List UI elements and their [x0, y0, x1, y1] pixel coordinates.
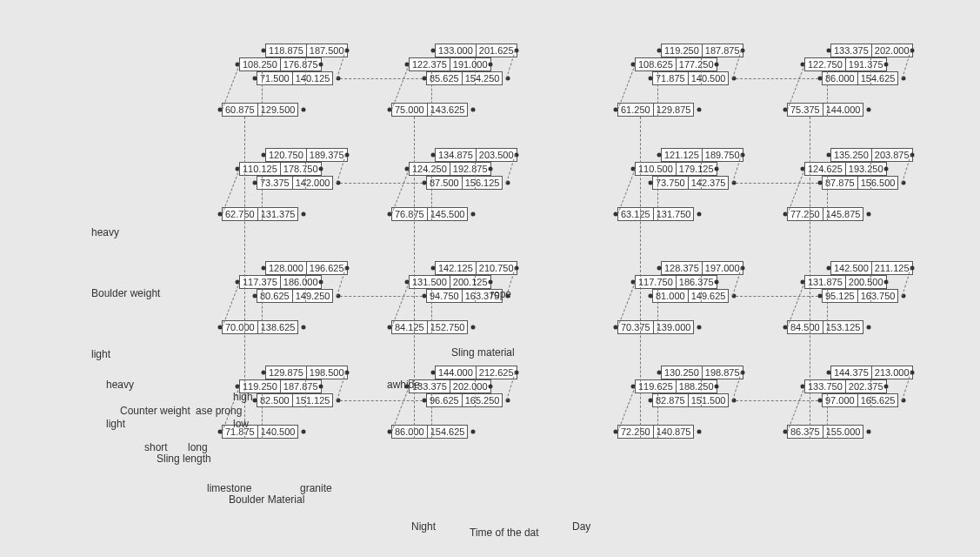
- value-left: 110.125: [240, 163, 280, 175]
- value-right: 202.000: [871, 44, 912, 57]
- vertex-dot: [818, 294, 823, 299]
- value-left: 75.000: [392, 104, 427, 116]
- vertex-dot: [262, 266, 266, 271]
- vertex-dot: [319, 167, 323, 171]
- vertex-dot: [489, 167, 493, 171]
- value-right: 189.375: [306, 149, 347, 161]
- value-right: 197.000: [702, 262, 743, 274]
- label-short: short: [144, 441, 168, 453]
- vertex-dot: [657, 49, 662, 53]
- edge: [657, 176, 658, 221]
- value-left: 118.875: [266, 44, 306, 57]
- value-pair: 75.375144.000: [787, 103, 863, 117]
- value-right: 140.500: [257, 426, 298, 438]
- edge: [262, 393, 263, 439]
- vertex-dot: [884, 385, 889, 389]
- vertex-dot: [649, 77, 653, 81]
- value-left: 60.875: [223, 104, 257, 116]
- label-rawhide: awhide: [387, 379, 420, 391]
- value-left: 131.500: [410, 276, 450, 288]
- value-left: 119.250: [662, 44, 702, 57]
- edge: [736, 296, 818, 297]
- value-right: 143.625: [427, 104, 468, 116]
- value-pair: 86.375155.000: [787, 425, 863, 439]
- value-pair: 120.750189.375: [265, 148, 348, 162]
- vertex-dot: [697, 430, 702, 434]
- edge: [262, 289, 263, 334]
- vertex-dot: [884, 63, 889, 67]
- value-right: 187.500: [306, 44, 347, 57]
- value-left: 108.625: [636, 58, 676, 70]
- value-pair: 117.375186.000: [239, 275, 322, 289]
- value-pair: 131.500200.125: [409, 275, 491, 289]
- edge: [475, 57, 476, 85]
- value-pair: 63.125131.750: [617, 207, 694, 221]
- vertex-dot: [471, 430, 476, 434]
- vertex-dot: [262, 371, 266, 375]
- vertex-dot: [884, 280, 889, 285]
- value-right: 211.125: [871, 262, 912, 274]
- value-left: 144.375: [831, 366, 871, 379]
- value-left: 117.375: [240, 276, 280, 288]
- value-right: 154.625: [427, 426, 468, 438]
- edge: [827, 393, 828, 439]
- value-pair: 81.000149.625: [652, 289, 729, 303]
- edge: [827, 176, 828, 221]
- value-pair: 86.000154.625: [391, 425, 468, 439]
- value-right: 186.375: [676, 276, 717, 288]
- value-left: 84.500: [788, 321, 823, 333]
- value-right: 140.125: [292, 72, 333, 84]
- label-heavy: heavy: [91, 226, 119, 238]
- vertex-dot: [867, 430, 871, 434]
- edge: [340, 78, 423, 79]
- value-left: 124.625: [805, 163, 845, 175]
- edge: [870, 379, 871, 407]
- value-right: 198.500: [306, 366, 347, 379]
- value-pair: 142.125210.750: [435, 261, 517, 275]
- value-pair: 87.875156.500: [822, 176, 898, 190]
- edge: [340, 296, 423, 297]
- value-pair: 124.625193.250: [804, 162, 887, 176]
- value-right: 213.000: [871, 366, 912, 379]
- value-right: 210.750: [476, 262, 517, 274]
- value-right: 177.250: [676, 58, 717, 70]
- vertex-dot: [302, 430, 306, 434]
- value-right: 153.125: [823, 321, 863, 333]
- value-pair: 85.625154.250: [426, 71, 503, 85]
- vertex-dot: [423, 294, 427, 299]
- edge: [640, 117, 641, 439]
- label-day: Day: [572, 520, 590, 533]
- value-right: 176.875: [280, 58, 321, 70]
- vertex-dot: [715, 385, 719, 389]
- value-right: 186.000: [280, 276, 321, 288]
- edge: [657, 289, 658, 334]
- value-left: 117.750: [636, 276, 676, 288]
- value-left: 131.875: [805, 276, 845, 288]
- value-right: 140.500: [688, 72, 729, 84]
- value-pair: 144.375213.000: [830, 366, 913, 379]
- label-granite: granite: [300, 482, 332, 494]
- vertex-dot: [471, 108, 476, 112]
- value-right: 202.375: [845, 380, 886, 393]
- value-right: 142.375: [688, 177, 729, 189]
- value-left: 133.000: [436, 44, 476, 57]
- edge: [736, 400, 818, 401]
- vertex-dot: [319, 280, 323, 285]
- vertex-dot: [262, 153, 266, 158]
- value-pair: 72.250140.875: [617, 425, 694, 439]
- value-pair: 133.375202.000: [830, 44, 913, 57]
- value-pair: 128.375197.000: [661, 261, 743, 275]
- vertex-dot: [884, 167, 889, 171]
- value-right: 155.000: [823, 426, 863, 438]
- value-left: 61.250: [618, 104, 653, 116]
- value-pair: 73.750142.375: [652, 176, 729, 190]
- vertex-dot: [715, 167, 719, 171]
- value-pair: 118.875187.500: [265, 44, 348, 57]
- value-pair: 60.875129.500: [222, 103, 298, 117]
- value-right: 149.250: [292, 290, 333, 302]
- edge: [431, 393, 432, 439]
- label-light: light: [91, 348, 110, 360]
- value-right: 202.000: [450, 380, 490, 393]
- vertex-dot: [818, 77, 823, 81]
- value-left: 76.875: [392, 208, 427, 220]
